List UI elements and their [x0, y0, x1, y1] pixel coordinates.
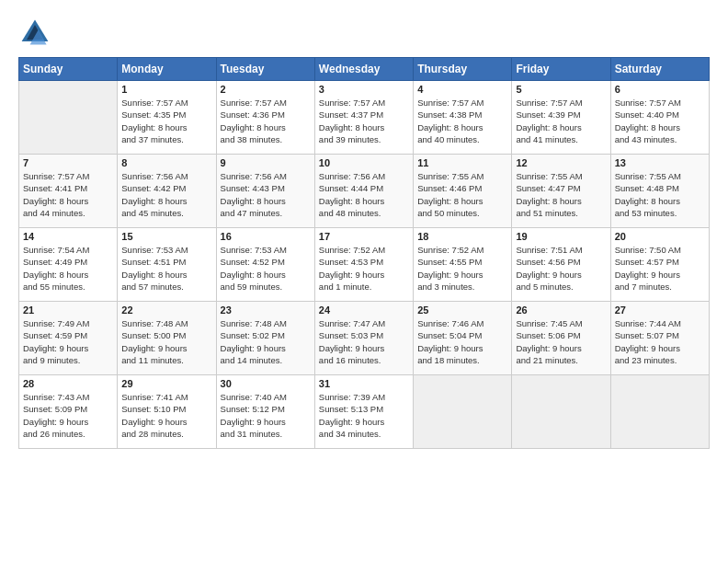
calendar-table: SundayMondayTuesdayWednesdayThursdayFrid…: [18, 57, 710, 449]
calendar-cell: 8Sunrise: 7:56 AM Sunset: 4:42 PM Daylig…: [118, 155, 216, 228]
day-info: Sunrise: 7:43 AM Sunset: 5:09 PM Dayligh…: [23, 391, 113, 440]
calendar-cell: 29Sunrise: 7:41 AM Sunset: 5:10 PM Dayli…: [118, 375, 216, 449]
day-info: Sunrise: 7:53 AM Sunset: 4:52 PM Dayligh…: [221, 244, 311, 293]
calendar-cell: 5Sunrise: 7:57 AM Sunset: 4:39 PM Daylig…: [512, 81, 610, 155]
day-number: 8: [121, 157, 211, 168]
calendar-cell: 21Sunrise: 7:49 AM Sunset: 4:59 PM Dayli…: [19, 302, 118, 375]
day-info: Sunrise: 7:55 AM Sunset: 4:47 PM Dayligh…: [516, 170, 606, 219]
day-number: 3: [319, 84, 409, 95]
day-number: 17: [319, 231, 409, 242]
day-number: 1: [121, 84, 211, 95]
day-info: Sunrise: 7:39 AM Sunset: 5:13 PM Dayligh…: [319, 391, 409, 440]
day-info: Sunrise: 7:40 AM Sunset: 5:12 PM Dayligh…: [221, 391, 311, 440]
day-number: 23: [221, 304, 311, 316]
weekday-header: Wednesday: [314, 58, 413, 81]
day-info: Sunrise: 7:57 AM Sunset: 4:36 PM Dayligh…: [221, 97, 311, 145]
calendar-cell: 31Sunrise: 7:39 AM Sunset: 5:13 PM Dayli…: [314, 375, 413, 449]
calendar-cell: 28Sunrise: 7:43 AM Sunset: 5:09 PM Dayli…: [19, 375, 118, 449]
day-number: 31: [319, 378, 409, 389]
calendar-cell: 20Sunrise: 7:50 AM Sunset: 4:57 PM Dayli…: [610, 228, 709, 302]
calendar-cell: [512, 375, 610, 449]
calendar-cell: 15Sunrise: 7:53 AM Sunset: 4:51 PM Dayli…: [118, 228, 216, 302]
calendar-cell: 13Sunrise: 7:55 AM Sunset: 4:48 PM Dayli…: [610, 155, 709, 228]
day-info: Sunrise: 7:54 AM Sunset: 4:49 PM Dayligh…: [23, 244, 113, 293]
day-info: Sunrise: 7:48 AM Sunset: 5:00 PM Dayligh…: [121, 317, 211, 366]
day-info: Sunrise: 7:53 AM Sunset: 4:51 PM Dayligh…: [121, 244, 211, 293]
calendar-cell: 30Sunrise: 7:40 AM Sunset: 5:12 PM Dayli…: [216, 375, 314, 449]
day-info: Sunrise: 7:41 AM Sunset: 5:10 PM Dayligh…: [121, 391, 211, 440]
calendar-cell: 9Sunrise: 7:56 AM Sunset: 4:43 PM Daylig…: [216, 155, 314, 228]
day-info: Sunrise: 7:55 AM Sunset: 4:48 PM Dayligh…: [615, 170, 705, 219]
weekday-header: Friday: [512, 58, 610, 81]
day-info: Sunrise: 7:56 AM Sunset: 4:43 PM Dayligh…: [221, 170, 311, 219]
calendar-cell: 6Sunrise: 7:57 AM Sunset: 4:40 PM Daylig…: [610, 81, 709, 155]
page-container: SundayMondayTuesdayWednesdayThursdayFrid…: [0, 0, 728, 458]
calendar-cell: 22Sunrise: 7:48 AM Sunset: 5:00 PM Dayli…: [118, 302, 216, 375]
calendar-week-row: 28Sunrise: 7:43 AM Sunset: 5:09 PM Dayli…: [19, 375, 710, 449]
calendar-week-row: 21Sunrise: 7:49 AM Sunset: 4:59 PM Dayli…: [19, 302, 710, 375]
calendar-week-row: 14Sunrise: 7:54 AM Sunset: 4:49 PM Dayli…: [19, 228, 710, 302]
day-number: 19: [516, 231, 606, 242]
weekday-header: Tuesday: [216, 58, 314, 81]
day-info: Sunrise: 7:57 AM Sunset: 4:39 PM Dayligh…: [516, 97, 606, 145]
day-number: 2: [221, 84, 311, 95]
day-number: 24: [319, 304, 409, 316]
day-number: 27: [615, 304, 705, 316]
weekday-header: Monday: [118, 58, 216, 81]
calendar-cell: 26Sunrise: 7:45 AM Sunset: 5:06 PM Dayli…: [512, 302, 610, 375]
day-info: Sunrise: 7:46 AM Sunset: 5:04 PM Dayligh…: [417, 317, 507, 366]
day-number: 26: [516, 304, 606, 316]
day-info: Sunrise: 7:57 AM Sunset: 4:35 PM Dayligh…: [121, 97, 211, 145]
day-number: 7: [23, 157, 113, 168]
calendar-cell: 2Sunrise: 7:57 AM Sunset: 4:36 PM Daylig…: [216, 81, 314, 155]
header: [18, 17, 710, 50]
day-number: 22: [121, 304, 211, 316]
day-info: Sunrise: 7:51 AM Sunset: 4:56 PM Dayligh…: [516, 244, 606, 293]
calendar-cell: 10Sunrise: 7:56 AM Sunset: 4:44 PM Dayli…: [314, 155, 413, 228]
day-number: 13: [615, 157, 705, 168]
calendar-cell: 18Sunrise: 7:52 AM Sunset: 4:55 PM Dayli…: [414, 228, 512, 302]
weekday-header: Thursday: [414, 58, 512, 81]
day-number: 4: [417, 84, 507, 95]
calendar-cell: 7Sunrise: 7:57 AM Sunset: 4:41 PM Daylig…: [19, 155, 118, 228]
weekday-header: Sunday: [19, 58, 118, 81]
day-number: 29: [121, 378, 211, 389]
day-info: Sunrise: 7:47 AM Sunset: 5:03 PM Dayligh…: [319, 317, 409, 366]
calendar-cell: 17Sunrise: 7:52 AM Sunset: 4:53 PM Dayli…: [314, 228, 413, 302]
calendar-cell: 19Sunrise: 7:51 AM Sunset: 4:56 PM Dayli…: [512, 228, 610, 302]
day-number: 12: [516, 157, 606, 168]
calendar-cell: [19, 81, 118, 155]
day-number: 25: [417, 304, 507, 316]
calendar-cell: [414, 375, 512, 449]
calendar-cell: 25Sunrise: 7:46 AM Sunset: 5:04 PM Dayli…: [414, 302, 512, 375]
logo: [18, 17, 55, 50]
calendar-cell: 16Sunrise: 7:53 AM Sunset: 4:52 PM Dayli…: [216, 228, 314, 302]
calendar-week-row: 7Sunrise: 7:57 AM Sunset: 4:41 PM Daylig…: [19, 155, 710, 228]
day-number: 16: [221, 231, 311, 242]
day-info: Sunrise: 7:56 AM Sunset: 4:42 PM Dayligh…: [121, 170, 211, 219]
day-number: 6: [615, 84, 705, 95]
day-info: Sunrise: 7:52 AM Sunset: 4:53 PM Dayligh…: [319, 244, 409, 293]
calendar-cell: 3Sunrise: 7:57 AM Sunset: 4:37 PM Daylig…: [314, 81, 413, 155]
day-info: Sunrise: 7:57 AM Sunset: 4:40 PM Dayligh…: [615, 97, 705, 145]
day-info: Sunrise: 7:57 AM Sunset: 4:38 PM Dayligh…: [417, 97, 507, 145]
day-info: Sunrise: 7:49 AM Sunset: 4:59 PM Dayligh…: [23, 317, 113, 366]
calendar-cell: 12Sunrise: 7:55 AM Sunset: 4:47 PM Dayli…: [512, 155, 610, 228]
day-info: Sunrise: 7:57 AM Sunset: 4:41 PM Dayligh…: [23, 170, 113, 219]
calendar-cell: 14Sunrise: 7:54 AM Sunset: 4:49 PM Dayli…: [19, 228, 118, 302]
weekday-header: Saturday: [610, 58, 709, 81]
calendar-body: 1Sunrise: 7:57 AM Sunset: 4:35 PM Daylig…: [19, 81, 710, 449]
day-number: 21: [23, 304, 113, 316]
day-info: Sunrise: 7:48 AM Sunset: 5:02 PM Dayligh…: [221, 317, 311, 366]
calendar-cell: 24Sunrise: 7:47 AM Sunset: 5:03 PM Dayli…: [314, 302, 413, 375]
calendar-cell: 4Sunrise: 7:57 AM Sunset: 4:38 PM Daylig…: [414, 81, 512, 155]
day-info: Sunrise: 7:57 AM Sunset: 4:37 PM Dayligh…: [319, 97, 409, 145]
day-info: Sunrise: 7:52 AM Sunset: 4:55 PM Dayligh…: [417, 244, 507, 293]
day-info: Sunrise: 7:56 AM Sunset: 4:44 PM Dayligh…: [319, 170, 409, 219]
day-number: 14: [23, 231, 113, 242]
day-number: 28: [23, 378, 113, 389]
calendar-cell: 11Sunrise: 7:55 AM Sunset: 4:46 PM Dayli…: [414, 155, 512, 228]
day-number: 5: [516, 84, 606, 95]
day-number: 15: [121, 231, 211, 242]
calendar-cell: [610, 375, 709, 449]
